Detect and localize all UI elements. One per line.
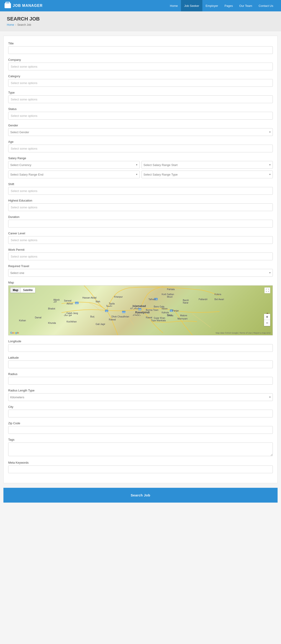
map-city-label: Pahtala [167,288,175,290]
map-google-logo: Google [10,331,19,334]
map-type-map[interactable]: Map [11,288,21,292]
salary-start-wrapper: Select Salary Range Start [142,161,273,169]
map-city-label: Kotera [214,293,221,296]
map-city-label: Sihala [167,314,173,317]
radius-label: Radius [8,372,273,376]
career-level-group: Career Level [8,232,273,244]
duration-label: Duration [8,215,273,218]
age-input[interactable] [8,144,273,152]
education-group: Highest Education [8,199,273,211]
education-label: Highest Education [8,199,273,202]
radius-type-select[interactable]: Kilometers [8,393,273,401]
breadcrumb: Home › Search Job [7,23,274,26]
map-city-label: Hassan Abdal [83,296,97,299]
search-btn-container: Search Job [4,488,277,502]
gender-group: Gender Select Gender [8,124,273,136]
age-group: Age [8,140,273,152]
map-city-label: Burj [90,316,94,318]
zip-code-input[interactable] [8,426,273,434]
shift-input[interactable] [8,187,273,195]
page-title: SEARCH JOB [7,16,274,22]
search-job-button[interactable]: Search Job [6,490,275,500]
map-city-label: Kishan [19,319,26,322]
salary-start-select[interactable]: Select Salary Range Start [142,161,273,169]
brand: JOB MANAGER [5,3,43,8]
status-group: Status [8,107,273,120]
currency-select[interactable]: Select Currency [8,161,140,169]
breadcrumb-current: Search Job [17,23,31,26]
category-input[interactable] [8,79,273,87]
map-city-label: Kochkhan [67,320,77,323]
nav-pages[interactable]: Pages [221,0,236,12]
map-city-label: Kahuta [162,311,169,314]
longitude-input[interactable] [8,344,273,352]
status-label: Status [8,107,273,111]
duration-group: Duration [8,215,273,228]
meta-keywords-label: Meta Keywords [8,461,273,464]
map-city-label: Sanwal [64,300,71,302]
map-zoom-controls: + − [264,314,270,326]
page-header: SEARCH JOB Home › Search Job [0,12,281,31]
nav-jobseeker[interactable]: Job Seeker [181,0,202,12]
latitude-label: Latitude [8,356,273,359]
tags-input[interactable] [8,442,273,456]
map-city-label: Gali Jagir [96,323,105,326]
company-group: Company [8,58,273,70]
category-label: Category [8,74,273,78]
salary-type-select[interactable]: Select Salary Range Type [142,170,273,178]
map-type-controls: Map Satellite [10,288,35,293]
map-fullscreen-button[interactable]: ⛶ [264,288,270,293]
meta-keywords-input[interactable] [8,466,273,473]
shift-group: Shift [8,182,273,195]
map-type-satellite[interactable]: Satellite [21,288,35,292]
breadcrumb-home[interactable]: Home [7,23,14,26]
career-level-label: Career Level [8,232,273,235]
map-city-label: Mouri [167,296,172,298]
title-input[interactable] [8,46,273,54]
nav-ourteam[interactable]: Our Team [236,0,255,12]
map-zoom-out[interactable]: − [264,320,270,326]
duration-input[interactable] [8,220,273,228]
salary-end-select[interactable]: Select Salary Range End [8,170,140,178]
salary-type-wrapper: Select Salary Range Type [142,170,273,178]
work-permit-input[interactable] [8,252,273,260]
map-city-label: Dhok Chaudhrian [111,316,129,318]
radius-group: Radius [8,372,273,384]
shift-label: Shift [8,182,273,186]
nav-home[interactable]: Home [167,0,181,12]
gender-select[interactable]: Select Gender [8,128,273,136]
nav-links: Home Job Seeker Employer Pages Our Team … [167,0,276,12]
work-permit-label: Work Permit [8,248,273,252]
map-city-label: Akhori [67,302,73,305]
type-group: Type [8,91,273,103]
map-city-label: Khanpur [114,296,123,298]
city-input[interactable] [8,410,273,418]
nav-contactus[interactable]: Contact Us [255,0,276,12]
radius-type-group: Radius Length Type Kilometers [8,389,273,401]
meta-keywords-group: Meta Keywords [8,461,273,473]
map-city-label: Tope Mankiala [151,319,166,322]
nav-employer[interactable]: Employer [202,0,221,12]
longitude-group: Longitude [8,340,273,352]
education-input[interactable] [8,203,273,211]
brand-icon [5,3,11,8]
salary-end-wrapper: Select Salary Range End [8,170,140,178]
map-group: Map [8,281,273,336]
company-input[interactable] [8,62,273,70]
status-input[interactable] [8,112,273,120]
type-input[interactable] [8,96,273,103]
required-travel-group: Required Travel Select one [8,264,273,277]
tags-group: Tags [8,438,273,457]
career-level-input[interactable] [8,236,273,244]
tags-label: Tags [8,438,273,441]
radius-input[interactable] [8,377,273,384]
map-zoom-in[interactable]: + [264,314,270,320]
map-city-label: Khunda [48,322,56,324]
salary-label: Salary Range [8,156,273,160]
latitude-input[interactable] [8,360,273,368]
map-city-label: Gujar Khan [154,317,165,319]
map-container[interactable]: N5 N125 N80 N5 N65 N75 Islamabadاسلام آب… [8,285,273,336]
map-city-label: Baroh [183,299,189,302]
required-travel-select[interactable]: Select one [8,269,273,277]
gender-select-wrapper: Select Gender [8,128,273,136]
